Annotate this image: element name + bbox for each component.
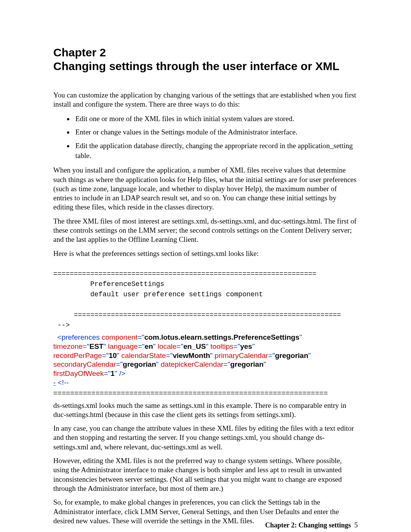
body-paragraph: ds-settings.xml looks much the same as s… <box>53 401 358 420</box>
xml-attr-value: EST <box>89 342 104 350</box>
chapter-heading: Chapter 2 Changing settings through the … <box>53 46 358 73</box>
collapse-toggle[interactable]: - <box>53 379 56 387</box>
code-line: PreferenceSettings <box>90 280 164 288</box>
chapter-label: Chapter 2 <box>53 46 106 59</box>
xml-attr-name: secondaryCalendar <box>53 360 116 368</box>
body-paragraph: Here is what the preferences settings se… <box>53 249 358 258</box>
code-rule: ========================================… <box>53 270 316 278</box>
code-comment-block: ========================================… <box>53 269 358 331</box>
xml-attr-name: calendarState <box>121 351 166 359</box>
xml-tag-open: <preferences <box>57 333 100 341</box>
xml-attr-value: en <box>145 342 153 350</box>
xml-attr-name: primaryCalendar <box>215 351 268 359</box>
xml-attr-value: 1 <box>111 369 115 377</box>
xml-attr-value: 10 <box>109 351 117 359</box>
list-item: Edit the application database directly, … <box>74 141 358 160</box>
xml-tag-close: /> <box>119 369 125 377</box>
xml-attr-value: com.lotus.elearn.settings.PreferenceSett… <box>144 333 299 341</box>
xml-attr-name: datepickerCalendar <box>161 360 223 368</box>
xml-attr-value: viewMonth <box>173 351 210 359</box>
code-line: default user preference settings compone… <box>90 291 263 298</box>
list-item: Enter or change values in the Settings m… <box>74 127 358 137</box>
xml-attr-name: language <box>108 342 138 350</box>
body-paragraph: The three XML files of most interest are… <box>53 217 358 244</box>
xml-attr-name: tooltips <box>210 342 233 350</box>
xml-attr-name: firstDayOfWeek <box>53 369 104 377</box>
xml-attr-value: gregorian <box>123 360 156 368</box>
separator-rule: ========================================… <box>53 389 358 397</box>
xml-snippet: <preferences component="com.lotus.elearn… <box>53 333 358 387</box>
xml-attr-value: yes <box>240 342 252 350</box>
body-paragraph: When you install and configure the appli… <box>53 166 358 212</box>
xml-attr-name: recordPerPage <box>53 351 102 359</box>
xml-attr-value: gregorian <box>275 351 308 359</box>
intro-paragraph: You can customize the application by cha… <box>53 91 358 109</box>
page-footer: Chapter 2: Changing settings 5 <box>265 521 358 529</box>
body-paragraph: However, editing the XML files is not th… <box>53 456 358 493</box>
xml-attr-name: component <box>102 333 137 341</box>
code-comment-end: --> <box>57 321 70 329</box>
bullet-list: Edit one or more of the XML files in whi… <box>53 114 358 161</box>
chapter-title-text: Changing settings through the user inter… <box>53 60 339 72</box>
footer-chapter-label: Chapter 2: Changing settings <box>265 521 351 529</box>
xml-comment-open: <!-- <box>58 379 69 387</box>
xml-attr-name: locale <box>158 342 177 350</box>
body-paragraph: In any case, you can change the attribut… <box>53 424 358 452</box>
list-item: Edit one or more of the XML files in whi… <box>74 114 358 124</box>
xml-attr-value: en_US <box>183 342 206 350</box>
code-rule: ========================================… <box>74 311 341 319</box>
xml-attr-value: gregorian <box>230 360 264 368</box>
document-page: Chapter 2 Changing settings through the … <box>0 0 411 532</box>
xml-attr-name: timezone <box>53 342 83 350</box>
footer-page-number: 5 <box>354 521 358 529</box>
